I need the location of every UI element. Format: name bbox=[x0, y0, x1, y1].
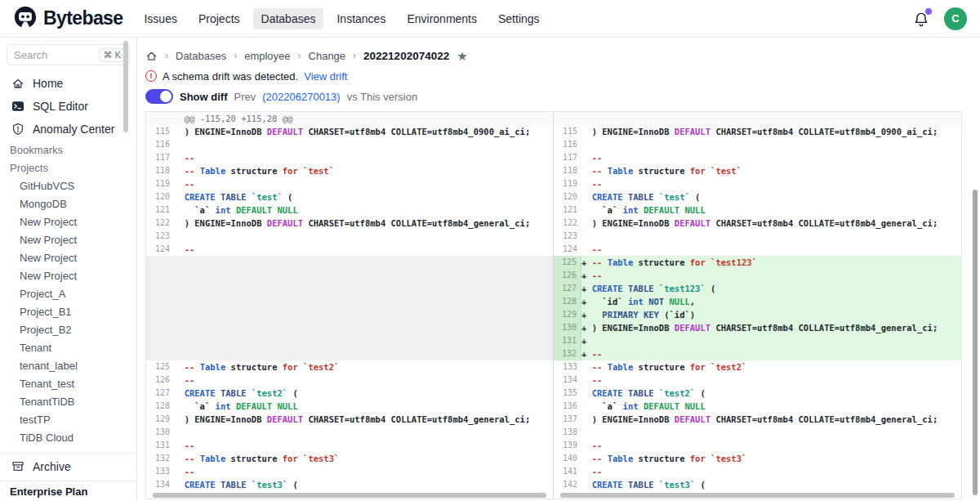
sidebar-project-item[interactable]: New Project bbox=[0, 230, 136, 248]
sidebar-project-item[interactable]: GitHubVCS bbox=[0, 177, 136, 195]
diff-gap-row bbox=[146, 308, 553, 321]
diff-code-row: 134 CREATE TABLE `test3` ( bbox=[146, 478, 553, 491]
hscroll-thumb[interactable] bbox=[560, 493, 955, 498]
line-number: 131 bbox=[554, 334, 581, 347]
diff-controls: Show diff Prev (202206270013) vs This ve… bbox=[145, 87, 962, 106]
diff-added-row: 131+ bbox=[554, 334, 961, 347]
sidebar-project-item[interactable]: testTP bbox=[0, 410, 136, 428]
diff-code-row: 120 CREATE TABLE `test` ( bbox=[554, 190, 961, 204]
diff-hunk-header: @@ -115,20 +115,28 @@ bbox=[146, 112, 553, 125]
diff-add-marker: + bbox=[581, 271, 592, 280]
avatar[interactable]: C bbox=[944, 7, 967, 30]
sidebar-project-item[interactable]: Tenant bbox=[0, 338, 136, 356]
diff-marker bbox=[581, 375, 592, 385]
diff-code-row: 115 ) ENGINE=InnoDB DEFAULT CHARSET=utf8… bbox=[146, 125, 553, 138]
line-number bbox=[554, 112, 581, 125]
star-icon[interactable]: ★ bbox=[457, 50, 467, 62]
sidebar-project-item[interactable]: New Project bbox=[0, 248, 136, 266]
code-line: -- Table structure for `test3` bbox=[581, 452, 746, 465]
breadcrumb-item-change[interactable]: Change bbox=[309, 50, 346, 62]
sidebar-project-item[interactable]: New Project bbox=[0, 212, 136, 230]
line-number: 124 bbox=[146, 243, 174, 256]
sidebar-project-item[interactable]: Tenant_test bbox=[0, 374, 136, 392]
sidebar-project-item[interactable]: TiDB Cloud bbox=[0, 428, 136, 446]
diff-code-row: 131 -- bbox=[146, 439, 553, 452]
diff-code-row: 124 -- bbox=[554, 243, 961, 256]
breadcrumb-item-employee[interactable]: employee bbox=[244, 50, 290, 62]
view-drift-link[interactable]: View drift bbox=[304, 70, 347, 83]
diff-add-marker: + bbox=[581, 349, 592, 359]
sidebar-project-item[interactable]: Project_B2 bbox=[0, 320, 136, 338]
diff-marker bbox=[581, 231, 592, 241]
line-number: 118 bbox=[554, 164, 581, 177]
sidebar-scrollbar[interactable] bbox=[123, 41, 128, 132]
bell-icon[interactable] bbox=[913, 11, 929, 27]
sidebar-section-projects[interactable]: Projects bbox=[0, 159, 136, 177]
diff-add-marker: + bbox=[581, 323, 592, 333]
show-diff-toggle[interactable] bbox=[145, 89, 173, 104]
sidebar-project-item[interactable]: tenant_label bbox=[0, 356, 136, 374]
code-line: -- bbox=[581, 374, 602, 387]
breadcrumb-separator: › bbox=[298, 50, 301, 61]
code-line: + CREATE TABLE `test123` ( bbox=[581, 282, 715, 295]
diff-code-row: 118 -- Table structure for `test` bbox=[146, 164, 553, 177]
sidebar-project-item[interactable]: New Project bbox=[0, 266, 136, 284]
code-line: -- Table structure for `test2` bbox=[174, 360, 339, 374]
nav-item-issues[interactable]: Issues bbox=[136, 8, 185, 29]
sidebar-section-bookmarks[interactable]: Bookmarks bbox=[0, 141, 136, 159]
sidebar-project-item[interactable]: Project_A bbox=[0, 284, 136, 302]
code-line: `a` int DEFAULT NULL bbox=[581, 204, 706, 217]
search-input[interactable] bbox=[14, 49, 96, 61]
diff-gap-row bbox=[146, 334, 553, 347]
sidebar-project-item[interactable]: MongoDB bbox=[0, 195, 136, 212]
diff-code-row: 138 bbox=[554, 426, 961, 439]
line-number: 125 bbox=[554, 256, 581, 269]
breadcrumb-home-icon[interactable] bbox=[145, 50, 158, 62]
sidebar-item-home[interactable]: Home bbox=[0, 72, 136, 95]
prev-version-link[interactable]: (202206270013) bbox=[262, 91, 340, 103]
diff-add-marker: + bbox=[581, 336, 592, 346]
diff-marker bbox=[174, 414, 185, 424]
search-box[interactable]: ⌘ K bbox=[7, 44, 130, 65]
line-number: 124 bbox=[554, 243, 581, 256]
line-number: 117 bbox=[554, 151, 581, 164]
diff-marker bbox=[581, 401, 592, 411]
line-number: 127 bbox=[554, 282, 581, 295]
hscroll-thumb[interactable] bbox=[153, 493, 546, 498]
sidebar-item-archive[interactable]: Archive bbox=[0, 455, 136, 478]
sidebar-project-item[interactable]: TenantTiDB bbox=[0, 392, 136, 410]
line-number: 133 bbox=[146, 465, 174, 478]
line-number: 134 bbox=[146, 478, 174, 491]
sidebar-item-anomaly-center[interactable]: Anomaly Center bbox=[0, 118, 136, 141]
nav-item-projects[interactable]: Projects bbox=[190, 8, 248, 29]
line-number: 128 bbox=[554, 295, 581, 308]
line-number bbox=[146, 308, 174, 321]
code-line: CREATE TABLE `test3` ( bbox=[581, 478, 706, 491]
diff-marker bbox=[581, 192, 592, 202]
code-line: -- bbox=[581, 465, 602, 478]
diff-marker bbox=[581, 166, 592, 176]
alert-warning-icon: ! bbox=[145, 70, 157, 82]
diff-added-row: 130+ ) ENGINE=InnoDB DEFAULT CHARSET=utf… bbox=[554, 321, 961, 334]
page-vertical-scrollbar[interactable] bbox=[973, 190, 978, 495]
brand[interactable]: Bytebase bbox=[13, 5, 122, 33]
line-number: 116 bbox=[146, 138, 174, 151]
code-line: -- bbox=[581, 439, 602, 452]
diff-add-marker: + bbox=[581, 284, 592, 293]
line-number bbox=[146, 269, 174, 282]
nav-item-settings[interactable]: Settings bbox=[490, 8, 548, 29]
diff-add-marker: + bbox=[581, 297, 592, 306]
diff-gap-row bbox=[146, 347, 553, 360]
line-number bbox=[146, 282, 174, 295]
code-line: -- bbox=[174, 439, 194, 452]
nav-item-databases[interactable]: Databases bbox=[253, 8, 324, 29]
sidebar-item-sql-editor[interactable]: SQL Editor bbox=[0, 95, 136, 118]
diff-marker bbox=[174, 480, 185, 490]
line-number bbox=[146, 256, 174, 269]
diff-marker bbox=[581, 467, 592, 476]
nav-item-instances[interactable]: Instances bbox=[328, 8, 394, 29]
breadcrumb-item-databases[interactable]: Databases bbox=[176, 50, 226, 62]
sidebar-project-item[interactable]: Project_B1 bbox=[0, 302, 136, 320]
code-line: ) ENGINE=InnoDB DEFAULT CHARSET=utf8mb4 … bbox=[174, 217, 530, 230]
nav-item-environments[interactable]: Environments bbox=[399, 8, 485, 29]
